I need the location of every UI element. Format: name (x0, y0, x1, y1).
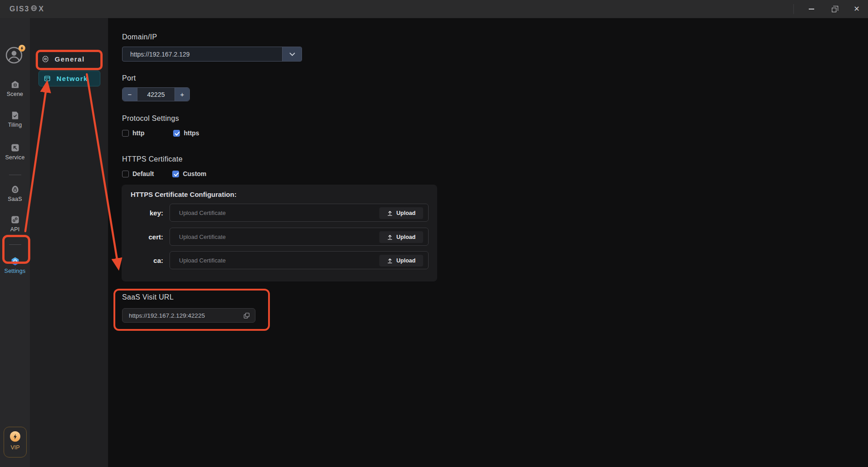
network-server-icon (44, 75, 51, 82)
key-placeholder: Upload Certificate (170, 210, 226, 216)
copy-button[interactable] (243, 312, 250, 319)
saas-url-field[interactable]: https://192.167.2.129:42225 (122, 308, 255, 323)
custom-cert-checkbox[interactable] (172, 171, 179, 177)
settings-menu-panel: General Network (30, 18, 108, 467)
sidebar-item-scene[interactable]: Scene (0, 80, 30, 97)
app-logo: GIS3 X (9, 5, 44, 13)
chevron-down-icon (289, 52, 295, 56)
sidebar-item-saas[interactable]: SaaS (0, 185, 30, 202)
sidebar-item-label: Settings (5, 268, 26, 274)
sidebar-item-label: Tiling (8, 122, 22, 128)
https-checkbox[interactable] (173, 130, 180, 137)
window-controls: ✕ (793, 0, 868, 18)
custom-cert-label: Custom (183, 170, 206, 177)
avatar-lightning-badge (19, 45, 25, 52)
cert-ca-row: ca: Upload Certificate Upload (122, 251, 437, 269)
logo-globe-icon (30, 5, 38, 13)
key-upload-button[interactable]: Upload (379, 207, 423, 219)
sidebar-item-label: SaaS (8, 196, 22, 202)
icon-sidebar: Scene Tiling Service SaaS (0, 18, 30, 467)
ca-upload-input[interactable]: Upload Certificate Upload (170, 251, 429, 269)
tiling-icon (10, 110, 20, 120)
service-icon (10, 143, 20, 152)
titlebar-divider (793, 4, 794, 14)
cert-upload-input[interactable]: Upload Certificate Upload (170, 228, 429, 246)
upload-button-label: Upload (396, 210, 415, 216)
port-value[interactable]: 42225 (137, 88, 175, 101)
cert-upload-button[interactable]: Upload (379, 231, 423, 243)
general-gear-icon (42, 56, 49, 62)
https-checkbox-label: https (184, 129, 199, 137)
close-button[interactable]: ✕ (845, 0, 868, 18)
cert-cert-row: cert: Upload Certificate Upload (122, 228, 437, 246)
sidebar-item-service[interactable]: Service (0, 143, 30, 161)
sidebar-item-label: API (10, 226, 20, 233)
logo-text-right: X (38, 5, 44, 13)
minimize-icon (809, 9, 814, 10)
menu-item-label: General (55, 55, 85, 63)
vip-button[interactable]: VIP (4, 427, 27, 457)
upload-button-label: Upload (396, 234, 415, 240)
port-decrement-button[interactable]: − (123, 88, 137, 101)
domain-ip-label: Domain/IP (122, 33, 157, 41)
protocol-settings-label: Protocol Settings (122, 114, 179, 123)
key-upload-input[interactable]: Upload Certificate Upload (170, 204, 429, 222)
window-titlebar: GIS3 X ✕ (0, 0, 868, 18)
vip-label: VIP (10, 444, 19, 451)
sidebar-item-api[interactable]: API (0, 215, 30, 233)
sidebar-divider (9, 175, 21, 175)
sidebar-item-settings[interactable]: Settings (0, 257, 30, 274)
default-cert-checkbox[interactable] (122, 171, 129, 177)
cert-placeholder: Upload Certificate (170, 234, 226, 240)
domain-ip-select[interactable]: https://192.167.2.129 (122, 47, 302, 62)
close-icon: ✕ (854, 5, 859, 13)
port-increment-button[interactable]: + (175, 88, 189, 101)
protocol-options-row: http https (122, 129, 199, 137)
certificate-config-panel: HTTPS Certificate Configuration: key: Up… (122, 185, 437, 281)
port-label: Port (122, 74, 136, 82)
ca-label: ca: (122, 257, 163, 264)
vip-lightning-icon (10, 431, 20, 442)
upload-icon (387, 258, 393, 264)
ca-upload-button[interactable]: Upload (379, 255, 423, 267)
logo-text-left: GIS3 (9, 5, 29, 13)
upload-icon (387, 234, 393, 240)
avatar[interactable] (5, 47, 24, 65)
saas-url-value: https://192.167.2.129:42225 (123, 312, 243, 319)
restore-icon (832, 8, 836, 12)
cert-label: cert: (122, 233, 163, 241)
domain-dropdown-button[interactable] (282, 47, 302, 61)
network-settings-content: Domain/IP https://192.167.2.129 Port − 4… (108, 18, 868, 467)
sidebar-item-tiling[interactable]: Tiling (0, 110, 30, 128)
saas-visit-url-label: SaaS Visit URL (122, 293, 174, 301)
https-certificate-label: HTTPS Certificate (122, 155, 183, 163)
certificate-options-row: Default Custom (122, 170, 207, 178)
minimize-button[interactable] (800, 0, 823, 18)
cert-key-row: key: Upload Certificate Upload (122, 204, 437, 222)
default-cert-label: Default (132, 170, 154, 177)
saas-cloud-lock-icon (10, 185, 20, 194)
domain-ip-value: https://192.167.2.129 (123, 47, 282, 61)
menu-item-general[interactable]: General (42, 54, 85, 64)
ca-placeholder: Upload Certificate (170, 257, 226, 264)
scene-icon (10, 80, 20, 89)
key-label: key: (122, 209, 163, 217)
sidebar-divider (9, 244, 21, 245)
http-checkbox[interactable] (122, 130, 129, 137)
app-window: GIS3 X ✕ (0, 0, 868, 467)
http-checkbox-label: http (132, 129, 144, 137)
restore-button[interactable] (823, 0, 845, 18)
sidebar-item-label: Scene (7, 91, 23, 97)
copy-icon (243, 312, 250, 319)
port-stepper: − 42225 + (122, 87, 190, 101)
upload-icon (387, 210, 393, 216)
settings-icon (10, 257, 20, 266)
api-link-icon (10, 215, 20, 224)
certificate-config-title: HTTPS Certificate Configuration: (131, 191, 236, 198)
menu-item-label: Network (57, 75, 88, 82)
menu-item-network[interactable]: Network (38, 71, 100, 86)
upload-button-label: Upload (396, 257, 415, 264)
sidebar-item-label: Service (5, 154, 24, 161)
